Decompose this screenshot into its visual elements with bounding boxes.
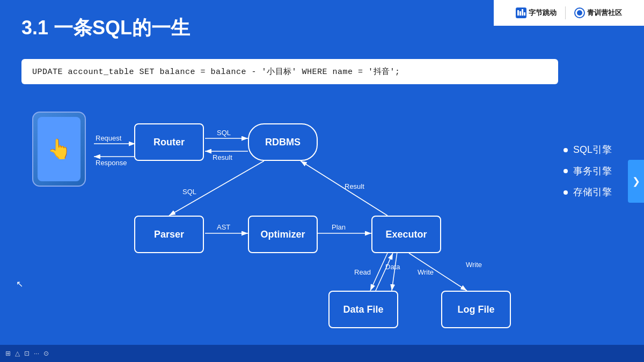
phone-screen: 👆 [38, 117, 80, 181]
bullet-dot-2 [564, 169, 568, 173]
side-nav-button[interactable]: ❯ [628, 160, 644, 203]
phone-image: 👆 [32, 112, 86, 187]
taskbar-item-1[interactable]: ⊞ [5, 350, 11, 357]
page-title: 3.1 一条SQL的一生 [21, 15, 190, 41]
router-label: Router [153, 137, 185, 148]
bullet-item-1: SQL引擎 [564, 139, 612, 161]
svg-text:SQL: SQL [182, 188, 196, 196]
optimizer-label: Optimizer [260, 229, 305, 240]
svg-point-6 [577, 10, 582, 16]
svg-text:Read: Read [354, 268, 371, 276]
arrows-diagram: Request Response SQL Result SQL Result A… [0, 97, 644, 341]
svg-rect-4 [524, 12, 525, 16]
side-nav-icon: ❯ [632, 175, 640, 187]
bullet-dot-3 [564, 190, 568, 195]
cursor: ↖ [16, 279, 23, 289]
svg-line-14 [301, 161, 387, 216]
optimizer-box: Optimizer [248, 216, 318, 253]
taskbar-item-4[interactable]: ··· [34, 350, 39, 357]
bullet-dot-1 [564, 148, 568, 152]
svg-line-19 [409, 253, 467, 291]
svg-rect-3 [522, 9, 523, 16]
bullet-item-3: 存储引擎 [564, 182, 612, 203]
svg-text:Write: Write [418, 268, 434, 276]
top-bar: 字节跳动 青训营社区 [494, 0, 644, 26]
parser-label: Parser [154, 229, 184, 240]
sql-code-text: UPDATE account_table SET balance = balan… [32, 68, 400, 77]
executor-label: Executor [385, 229, 427, 240]
svg-rect-1 [517, 10, 519, 16]
svg-text:Result: Result [345, 182, 364, 190]
parser-box: Parser [134, 216, 204, 253]
bytedance-icon [516, 8, 526, 18]
taskbar-item-5[interactable]: ⊙ [43, 350, 49, 357]
brand-bytedance: 字节跳动 [516, 8, 557, 18]
svg-text:Plan: Plan [332, 223, 346, 231]
datafile-label: Data File [343, 304, 383, 315]
taskbar: ⊞ △ ⊡ ··· ⊙ [0, 345, 644, 362]
sql-code-box: UPDATE account_table SET balance = balan… [21, 59, 558, 84]
bullet-text-3: 存储引擎 [573, 182, 612, 203]
taskbar-item-2[interactable]: △ [15, 350, 20, 357]
logfile-label: Log File [458, 304, 495, 315]
diagram-area: 👆 [0, 97, 644, 341]
brand-divider [565, 6, 566, 19]
svg-line-20 [392, 252, 397, 291]
svg-text:Request: Request [96, 134, 122, 142]
svg-text:SQL: SQL [217, 129, 231, 137]
qingxun-icon [574, 8, 585, 18]
svg-text:Data: Data [385, 263, 400, 271]
svg-line-13 [169, 161, 264, 216]
svg-text:Result: Result [213, 153, 232, 161]
svg-text:Write: Write [466, 261, 482, 269]
bullet-item-2: 事务引擎 [564, 161, 612, 182]
rdbms-label: RDBMS [265, 137, 301, 148]
logfile-box: Log File [441, 291, 511, 328]
rdbms-box: RDBMS [248, 123, 318, 161]
taskbar-item-3[interactable]: ⊡ [24, 350, 30, 357]
svg-line-17 [370, 253, 387, 291]
executor-box: Executor [371, 216, 441, 253]
router-box: Router [134, 123, 204, 161]
bullet-text-1: SQL引擎 [573, 139, 612, 161]
svg-line-18 [376, 253, 393, 291]
bullets-section: SQL引擎 事务引擎 存储引擎 [564, 139, 612, 203]
svg-rect-2 [519, 11, 521, 16]
svg-text:Response: Response [96, 159, 127, 167]
datafile-box: Data File [328, 291, 398, 328]
brand-qingxun: 青训营社区 [574, 8, 622, 18]
bullet-text-2: 事务引擎 [573, 161, 612, 182]
svg-text:AST: AST [217, 223, 230, 231]
